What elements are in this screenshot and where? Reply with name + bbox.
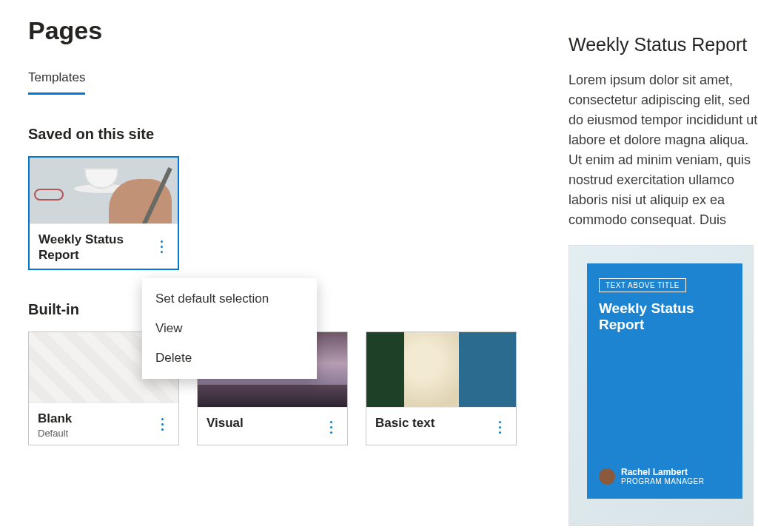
more-icon: [161, 240, 163, 253]
menu-item-view[interactable]: View: [142, 314, 317, 343]
template-title: Visual: [207, 415, 244, 431]
avatar: [599, 468, 615, 485]
template-title: Basic text: [375, 415, 435, 431]
menu-item-set-default[interactable]: Set default selection: [142, 284, 317, 314]
template-title: Weekly Status Report: [38, 232, 155, 263]
preview-paragraph: Lorem ipsum dolor sit amet, consectetur …: [568, 70, 758, 230]
tabs: Templates: [28, 66, 539, 95]
template-card-footer: Weekly Status Report: [30, 223, 178, 269]
template-card-footer: Basic text: [366, 407, 516, 445]
context-menu: Set default selection View Delete: [142, 278, 317, 379]
template-card-weekly-status[interactable]: Weekly Status Report: [28, 156, 179, 270]
more-icon: [499, 421, 501, 434]
template-subtitle: Default: [38, 428, 72, 439]
preview-title: Weekly Status Report: [568, 34, 758, 55]
more-icon: [161, 418, 164, 431]
template-thumbnail: [30, 158, 178, 223]
preview-panel: Weekly Status Report Lorem ipsum dolor s…: [568, 34, 758, 522]
template-card-footer: Blank Default: [29, 403, 178, 445]
preview-card-tag: TEXT ABOVE TITLE: [599, 278, 686, 292]
more-icon: [330, 421, 332, 434]
page-title: Pages: [28, 16, 539, 45]
template-title: Blank: [38, 411, 72, 426]
more-options-button[interactable]: [155, 235, 169, 259]
section-heading-saved: Saved on this site: [28, 126, 539, 143]
saved-templates-row: Weekly Status Report: [28, 156, 539, 270]
more-options-button[interactable]: [323, 415, 338, 439]
tab-templates[interactable]: Templates: [28, 66, 85, 95]
preview-hero-card: TEXT ABOVE TITLE Weekly Status Report Ra…: [568, 245, 754, 526]
preview-card-title: Weekly Status Report: [599, 300, 742, 333]
template-card-basic-text[interactable]: Basic text: [366, 331, 517, 445]
template-thumbnail: [366, 332, 516, 407]
template-card-footer: Visual: [198, 407, 347, 445]
preview-card-person-role: PROGRAM MANAGER: [621, 477, 705, 485]
preview-card-person: Rachel Lambert PROGRAM MANAGER: [599, 467, 705, 485]
preview-card-person-name: Rachel Lambert: [621, 467, 705, 477]
more-options-button[interactable]: [155, 413, 170, 437]
menu-item-delete[interactable]: Delete: [142, 343, 317, 373]
more-options-button[interactable]: [492, 415, 507, 439]
